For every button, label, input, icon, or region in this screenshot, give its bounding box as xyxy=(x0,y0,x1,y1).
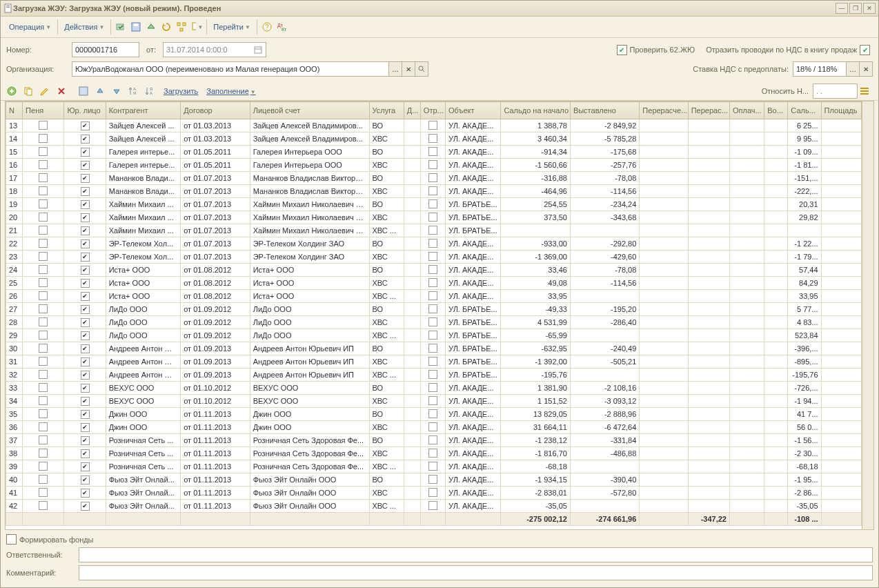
table-row[interactable]: 34✔ВЕХУС ОООот 01.10.2012ВЕХУС ОООХВСУЛ.… xyxy=(6,395,862,408)
row-checkbox[interactable] xyxy=(428,435,437,444)
row-checkbox[interactable] xyxy=(428,357,437,366)
row-checkbox[interactable]: ✔ xyxy=(81,121,90,130)
row-checkbox[interactable] xyxy=(39,173,48,182)
row-checkbox[interactable] xyxy=(428,370,437,379)
rel-list-icon[interactable] xyxy=(858,84,871,98)
row-checkbox[interactable] xyxy=(428,199,437,208)
row-checkbox[interactable]: ✔ xyxy=(81,384,90,393)
date-input[interactable]: 31.07.2014 0:00:0 xyxy=(163,42,266,57)
edit-icon[interactable] xyxy=(38,84,52,98)
check62-checkbox[interactable]: ✔ xyxy=(617,45,627,55)
row-checkbox[interactable] xyxy=(39,435,48,444)
table-row[interactable]: 19✔Хаймин Михаил ...от 01.07.2013Хаймин … xyxy=(6,198,862,211)
row-checkbox[interactable]: ✔ xyxy=(81,226,90,235)
col-header[interactable]: Саль... xyxy=(788,102,821,119)
menu-operation[interactable]: Операция▼ xyxy=(5,21,55,33)
table-row[interactable]: 24✔Иста+ ОООот 01.08.2012Иста+ ОООВОУЛ. … xyxy=(6,264,862,277)
col-header[interactable]: Услуга xyxy=(369,102,404,119)
row-checkbox[interactable] xyxy=(428,134,437,143)
row-checkbox[interactable]: ✔ xyxy=(81,253,90,262)
row-checkbox[interactable] xyxy=(428,186,437,195)
row-checkbox[interactable]: ✔ xyxy=(81,449,90,458)
row-checkbox[interactable] xyxy=(39,331,48,340)
row-checkbox[interactable] xyxy=(39,239,48,248)
col-header[interactable]: Отр... xyxy=(420,102,445,119)
col-header[interactable]: Перерас... xyxy=(688,102,729,119)
table-row[interactable]: 39✔Розничная Сеть ...от 01.11.2013Рознич… xyxy=(6,460,862,473)
table-row[interactable]: 20✔Хаймин Михаил ...от 01.07.2013Хаймин … xyxy=(6,211,862,224)
row-checkbox[interactable] xyxy=(39,344,48,353)
refresh-icon[interactable] xyxy=(160,21,172,33)
rel-input[interactable]: . . xyxy=(813,84,858,99)
trade-icon[interactable] xyxy=(145,21,157,33)
row-checkbox[interactable] xyxy=(428,291,437,300)
table-row[interactable]: 17✔Мананков Влади...от 01.07.2013Мананко… xyxy=(6,172,862,185)
vat-clear-button[interactable]: ✕ xyxy=(859,61,873,77)
col-header[interactable]: Д... xyxy=(404,102,420,119)
basedon-icon[interactable]: ▼ xyxy=(190,21,203,33)
row-checkbox[interactable] xyxy=(39,304,48,313)
row-checkbox[interactable] xyxy=(39,409,48,418)
row-checkbox[interactable] xyxy=(39,317,48,326)
settings-icon[interactable] xyxy=(77,84,90,98)
row-checkbox[interactable] xyxy=(39,265,48,274)
row-checkbox[interactable] xyxy=(39,121,48,130)
table-row[interactable]: 18✔Мананков Влади...от 01.07.2013Мананко… xyxy=(6,185,862,198)
row-checkbox[interactable] xyxy=(428,226,437,235)
col-header[interactable]: N xyxy=(6,102,23,119)
row-checkbox[interactable] xyxy=(428,160,437,169)
row-checkbox[interactable] xyxy=(39,199,48,208)
row-checkbox[interactable]: ✔ xyxy=(81,371,90,380)
structure-icon[interactable] xyxy=(175,21,188,33)
table-row[interactable]: 23✔ЭР-Телеком Хол...от 01.07.2013ЭР-Теле… xyxy=(6,251,862,264)
row-checkbox[interactable] xyxy=(428,213,437,222)
org-open-button[interactable] xyxy=(415,61,428,77)
row-checkbox[interactable]: ✔ xyxy=(81,200,90,209)
col-header[interactable]: Объект xyxy=(446,102,501,119)
table-row[interactable]: 37✔Розничная Сеть ...от 01.11.2013Рознич… xyxy=(6,434,862,447)
vertical-scrollbar[interactable] xyxy=(862,101,873,529)
row-checkbox[interactable]: ✔ xyxy=(81,397,90,406)
table-row[interactable]: 29✔ЛиДо ОООот 01.09.2012ЛиДо ОООХВС ...У… xyxy=(6,329,862,342)
dtkt-icon[interactable]: ДтКт xyxy=(276,21,288,33)
table-row[interactable]: 42✔Фьюз Эйт Онлай...от 01.11.2013Фьюз Эй… xyxy=(6,500,862,513)
row-checkbox[interactable] xyxy=(428,331,437,340)
vat-select-button[interactable]: … xyxy=(846,61,860,77)
row-checkbox[interactable] xyxy=(428,409,437,418)
row-checkbox[interactable] xyxy=(428,383,437,392)
table-row[interactable]: 31✔Андреев Антон Ю...от 01.09.2013Андрее… xyxy=(6,355,862,369)
menu-actions[interactable]: Действия▼ xyxy=(60,21,108,33)
row-checkbox[interactable]: ✔ xyxy=(81,423,90,432)
col-header[interactable]: Выставлено xyxy=(570,102,639,119)
vat-input[interactable]: 18% / 118% xyxy=(793,61,847,77)
col-header[interactable]: Пеня xyxy=(23,102,64,119)
row-checkbox[interactable]: ✔ xyxy=(81,502,90,511)
number-input[interactable]: 0000001716 xyxy=(72,42,139,57)
row-checkbox[interactable]: ✔ xyxy=(81,213,90,222)
close-button[interactable]: ✕ xyxy=(863,3,876,14)
col-header[interactable]: Площадь xyxy=(821,102,861,119)
row-checkbox[interactable]: ✔ xyxy=(81,476,90,484)
row-checkbox[interactable] xyxy=(39,147,48,156)
row-checkbox[interactable]: ✔ xyxy=(81,174,90,183)
row-checkbox[interactable] xyxy=(39,357,48,366)
row-checkbox[interactable]: ✔ xyxy=(81,148,90,157)
row-checkbox[interactable] xyxy=(39,383,48,392)
help-icon[interactable]: ? xyxy=(261,21,273,33)
row-checkbox[interactable] xyxy=(39,186,48,195)
table-row[interactable]: 21✔Хаймин Михаил ...от 01.07.2013Хаймин … xyxy=(6,224,862,237)
table-row[interactable]: 40✔Фьюз Эйт Онлай...от 01.11.2013Фьюз Эй… xyxy=(6,473,862,487)
row-checkbox[interactable] xyxy=(428,501,437,510)
table-row[interactable]: 32✔Андреев Антон Ю...от 01.09.2013Андрее… xyxy=(6,369,862,382)
col-header[interactable]: Контрагент xyxy=(106,102,181,119)
maximize-button[interactable]: ❐ xyxy=(849,3,862,14)
org-clear-button[interactable]: ✕ xyxy=(402,61,415,77)
row-checkbox[interactable] xyxy=(39,422,48,431)
col-header[interactable]: Лицевой счет xyxy=(250,102,369,119)
table-row[interactable]: 33✔ВЕХУС ОООот 01.10.2012ВЕХУС ОООВОУЛ. … xyxy=(6,382,862,395)
col-header[interactable]: Сальдо на начало xyxy=(501,102,570,119)
row-checkbox[interactable] xyxy=(39,213,48,222)
row-checkbox[interactable]: ✔ xyxy=(81,462,90,471)
fill-link[interactable]: Заполнение▼ xyxy=(206,87,255,95)
row-checkbox[interactable]: ✔ xyxy=(81,318,90,327)
